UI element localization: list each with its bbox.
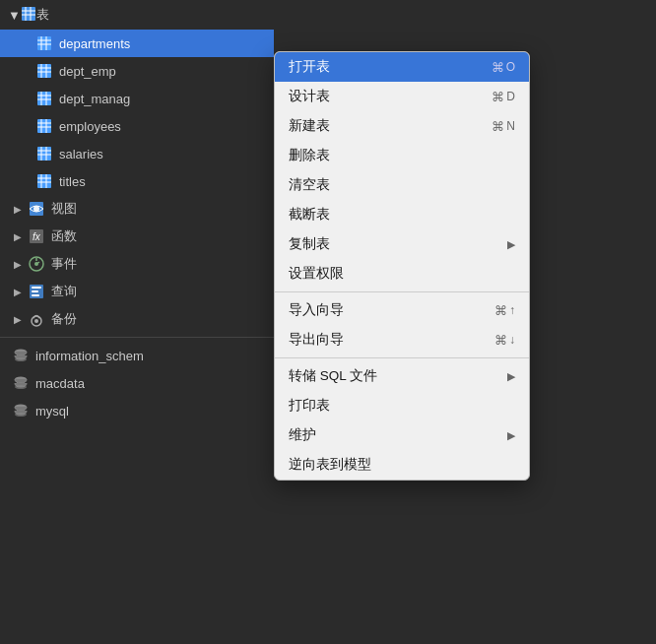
dept-emp-table-icon — [35, 62, 53, 80]
menu-label-truncate-table: 截断表 — [289, 206, 330, 224]
backup-section-arrow: ▶ — [12, 313, 24, 325]
view-icon — [28, 200, 45, 218]
svg-rect-44 — [32, 287, 41, 289]
table-name-titles: titles — [59, 174, 86, 189]
svg-rect-30 — [37, 174, 51, 188]
svg-point-54 — [15, 413, 27, 417]
query-icon — [28, 283, 45, 300]
menu-label-export-wizard: 导出向导 — [289, 331, 344, 349]
svg-rect-46 — [32, 294, 39, 296]
sidebar-item-employees[interactable]: employees — [0, 112, 274, 140]
titles-table-icon — [35, 172, 53, 190]
departments-table-icon — [35, 34, 53, 52]
table-section-icon — [21, 6, 36, 25]
db-name-mysql: mysql — [35, 404, 69, 419]
menu-label-delete-table: 删除表 — [289, 147, 330, 164]
table-section-arrow: ▼ — [8, 8, 21, 23]
menu-separator-1 — [275, 291, 529, 292]
svg-point-48 — [34, 319, 38, 323]
sidebar-item-departments[interactable]: departments — [0, 30, 274, 57]
table-name-departments: departments — [59, 36, 130, 51]
sidebar-db-information-schema[interactable]: information_schem — [0, 342, 274, 369]
menu-shortcut-import-wizard: ⌘↑ — [494, 303, 515, 318]
sidebar: ▼ 表 departments — [0, 0, 274, 644]
menu-label-new-table: 新建表 — [289, 117, 330, 135]
menu-item-maintenance[interactable]: 维护 ▶ — [275, 420, 529, 450]
svg-point-52 — [15, 385, 27, 389]
table-name-salaries: salaries — [59, 147, 103, 161]
menu-item-new-table[interactable]: 新建表 ⌘N — [275, 111, 529, 141]
menu-shortcut-open-table: ⌘O — [492, 60, 515, 75]
db-icon-macdata — [12, 374, 30, 392]
svg-rect-10 — [37, 64, 51, 78]
menu-item-delete-table[interactable]: 删除表 — [275, 141, 529, 170]
menu-item-clear-table[interactable]: 清空表 — [275, 170, 529, 200]
sidebar-section-event[interactable]: ▶ 事件 — [0, 250, 274, 278]
menu-label-clear-table: 清空表 — [289, 176, 330, 194]
view-section-label: 视图 — [51, 200, 77, 218]
query-section-arrow: ▶ — [12, 286, 24, 297]
svg-rect-15 — [37, 92, 51, 105]
menu-label-transfer-sql: 转储 SQL 文件 — [289, 367, 377, 385]
menu-label-maintenance: 维护 — [289, 426, 316, 444]
menu-label-open-table: 打开表 — [289, 58, 330, 76]
sidebar-item-dept-manag[interactable]: dept_manag — [0, 85, 274, 112]
sidebar-section-view[interactable]: ▶ 视图 — [0, 195, 274, 223]
sidebar-db-macdata[interactable]: macdata — [0, 369, 274, 397]
menu-item-export-wizard[interactable]: 导出向导 ⌘↓ — [275, 325, 529, 354]
query-section-label: 查询 — [51, 283, 77, 300]
salaries-table-icon — [35, 145, 53, 162]
db-icon-information-schema — [12, 347, 30, 364]
context-menu: 打开表 ⌘O 设计表 ⌘D 新建表 ⌘N 删除表 清空表 截断表 复制表 ▶ 设… — [274, 51, 530, 481]
employees-table-icon — [35, 117, 53, 135]
menu-item-open-table[interactable]: 打开表 ⌘O — [275, 52, 529, 82]
function-icon: fx — [28, 227, 45, 245]
sidebar-section-backup[interactable]: ▶ 备份 — [0, 305, 274, 333]
event-icon — [28, 255, 45, 273]
sidebar-item-salaries[interactable]: salaries — [0, 140, 274, 167]
svg-rect-20 — [37, 119, 51, 133]
svg-rect-0 — [22, 7, 35, 21]
function-section-label: 函数 — [51, 227, 77, 245]
menu-separator-2 — [275, 357, 529, 358]
backup-section-label: 备份 — [51, 310, 77, 328]
table-name-dept-manag: dept_manag — [59, 92, 130, 106]
menu-item-print-table[interactable]: 打印表 — [275, 391, 529, 420]
maintenance-submenu-arrow: ▶ — [507, 429, 515, 442]
table-name-employees: employees — [59, 119, 121, 134]
menu-item-design-table[interactable]: 设计表 ⌘D — [275, 82, 529, 111]
db-name-information-schema: information_schem — [35, 349, 144, 363]
backup-icon — [28, 310, 45, 328]
menu-label-reverse-model: 逆向表到模型 — [289, 456, 371, 474]
db-icon-mysql — [12, 402, 30, 419]
menu-label-copy-table: 复制表 — [289, 235, 330, 253]
function-section-arrow: ▶ — [12, 230, 24, 242]
menu-label-set-permission: 设置权限 — [289, 265, 344, 283]
sidebar-db-mysql[interactable]: mysql — [0, 397, 274, 424]
transfer-sql-submenu-arrow: ▶ — [507, 370, 515, 383]
copy-table-submenu-arrow: ▶ — [507, 238, 515, 251]
dept-manag-table-icon — [35, 90, 53, 107]
menu-item-import-wizard[interactable]: 导入向导 ⌘↑ — [275, 295, 529, 325]
view-section-arrow: ▶ — [12, 203, 24, 215]
menu-item-set-permission[interactable]: 设置权限 — [275, 259, 529, 289]
sidebar-item-dept-emp[interactable]: dept_emp — [0, 57, 274, 85]
table-list: departments dept_emp — [0, 30, 274, 195]
menu-item-reverse-model[interactable]: 逆向表到模型 — [275, 450, 529, 480]
menu-item-transfer-sql[interactable]: 转储 SQL 文件 ▶ — [275, 361, 529, 391]
sidebar-section-query[interactable]: ▶ 查询 — [0, 278, 274, 305]
sidebar-section-function[interactable]: ▶ fx 函数 — [0, 223, 274, 250]
sidebar-section-table-header[interactable]: ▼ 表 — [0, 0, 274, 30]
menu-shortcut-design-table: ⌘D — [492, 90, 515, 104]
svg-text:fx: fx — [33, 231, 41, 242]
sidebar-item-titles[interactable]: titles — [0, 167, 274, 195]
menu-item-truncate-table[interactable]: 截断表 — [275, 200, 529, 229]
menu-label-print-table: 打印表 — [289, 397, 330, 415]
menu-item-copy-table[interactable]: 复制表 ▶ — [275, 229, 529, 259]
sidebar-divider — [0, 337, 274, 338]
event-section-label: 事件 — [51, 255, 77, 273]
svg-rect-45 — [32, 290, 38, 292]
table-name-dept-emp: dept_emp — [59, 64, 116, 79]
svg-point-50 — [15, 357, 27, 361]
svg-rect-25 — [37, 147, 51, 161]
